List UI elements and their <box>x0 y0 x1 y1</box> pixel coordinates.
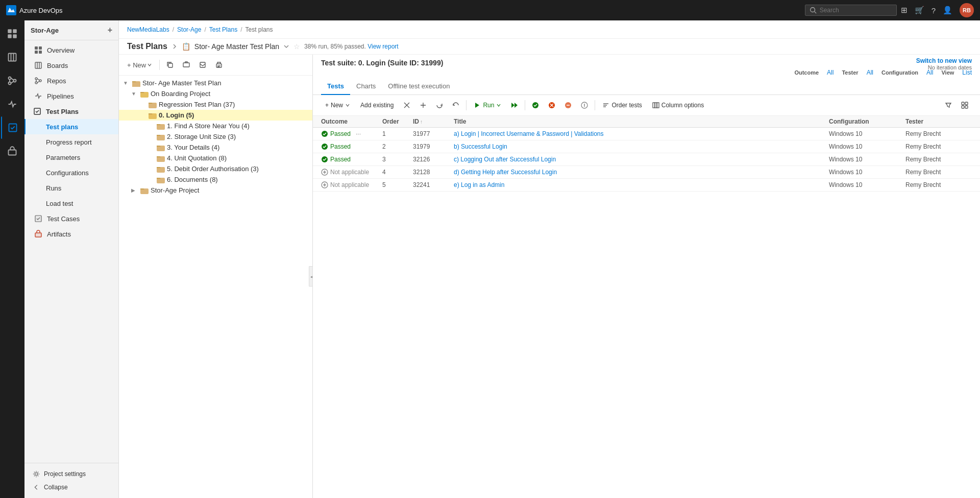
collapse-label: Collapse <box>44 484 68 491</box>
undo-button[interactable] <box>449 98 463 112</box>
breadcrumb-newmedialabs[interactable]: NewMediaLabs <box>127 26 169 33</box>
switch-new-view-link[interactable]: Switch to new view <box>916 57 972 64</box>
remove-button[interactable] <box>400 98 414 112</box>
favorite-star-icon[interactable]: ☆ <box>293 42 300 51</box>
sidebar-item-repos[interactable]: Repos <box>24 73 118 88</box>
tree-find-store[interactable]: 1. Find A Store Near You (4) <box>119 121 312 131</box>
move-test-button[interactable] <box>416 98 430 112</box>
basket-icon[interactable]: 🛒 <box>915 6 924 15</box>
action-sep-2 <box>525 100 525 110</box>
tester-cell: Remy Brecht <box>905 143 972 150</box>
project-settings-button[interactable]: Project settings <box>31 467 112 481</box>
title-cell[interactable]: d) Getting Help after Successful Login <box>454 169 829 176</box>
sidebar-icon-test-plans[interactable] <box>1 116 23 139</box>
tree-debit-order[interactable]: 5. Debit Order Authorisation (3) <box>119 163 312 174</box>
tab-offline[interactable]: Offline test execution <box>382 78 456 95</box>
title-cell[interactable]: c) Logging Out after Successful Login <box>454 156 829 163</box>
test-plans-label: Test plans <box>46 123 78 131</box>
sidebar-item-parameters[interactable]: Parameters <box>24 150 118 165</box>
breadcrumb-test-plans[interactable]: Test Plans <box>209 26 237 33</box>
load-test-label: Load test <box>46 200 74 207</box>
collapse-sidebar-button[interactable]: Collapse <box>31 481 112 494</box>
fail-button[interactable] <box>545 98 559 112</box>
outcome-label: Not applicable <box>330 181 369 188</box>
sidebar-icon-boards[interactable] <box>1 46 23 68</box>
order-tests-button[interactable]: Order tests <box>598 100 646 111</box>
id-cell: 32241 <box>413 181 454 188</box>
search-input[interactable] <box>820 7 891 14</box>
config-cell: Windows 10 <box>829 143 905 150</box>
sidebar-icon-repos[interactable] <box>1 69 23 92</box>
not-applicable-button[interactable] <box>577 98 592 112</box>
move-button[interactable] <box>179 58 193 72</box>
sidebar-item-artifacts[interactable]: Artifacts <box>24 226 118 242</box>
breadcrumb-stor-age[interactable]: Stor-Age <box>177 26 201 33</box>
sidebar-icon-overview[interactable] <box>1 22 23 45</box>
view-report-link[interactable]: View report <box>368 43 398 50</box>
grid-icon[interactable]: ⊞ <box>901 6 908 15</box>
new-test-label: New <box>331 102 343 109</box>
run-all-button[interactable] <box>507 98 522 112</box>
copy-button[interactable] <box>163 58 177 72</box>
tree-login[interactable]: 0. Login (5) <box>119 110 312 121</box>
sidebar-item-overview[interactable]: Overview <box>24 42 118 58</box>
search-box[interactable] <box>805 5 897 16</box>
panel-collapse-handle[interactable]: ◀ <box>309 266 313 287</box>
add-project-button[interactable]: + <box>108 26 112 35</box>
column-options-button[interactable]: Column options <box>648 100 708 111</box>
pass-button[interactable] <box>528 98 543 112</box>
col-title: Title <box>454 118 829 125</box>
tester-filter[interactable]: All <box>867 69 873 76</box>
tab-tests[interactable]: Tests <box>321 78 350 95</box>
overview-icon <box>34 45 43 55</box>
table-row[interactable]: Passed 2 31979 b) Successful Login Windo… <box>313 140 980 153</box>
add-existing-button[interactable]: Add existing <box>356 100 398 111</box>
run-button[interactable]: Run <box>470 100 505 111</box>
plan-name[interactable]: Stor- Age Master Test Plan <box>194 42 279 51</box>
title-cell[interactable]: a) Login | Incorrect Username & Password… <box>454 130 829 137</box>
outcome-filter[interactable]: All <box>827 69 834 76</box>
tree-storage-unit[interactable]: 2. Storage Unit Size (3) <box>119 131 312 142</box>
tree-onboarding[interactable]: ▼ On Boarding Project <box>119 88 312 99</box>
tree-documents[interactable]: 6. Documents (8) <box>119 174 312 185</box>
sidebar-item-boards[interactable]: Boards <box>24 58 118 73</box>
block-button[interactable] <box>561 98 575 112</box>
logo[interactable]: Azure DevOps <box>6 5 63 15</box>
help-icon[interactable]: ? <box>932 6 936 15</box>
sidebar-item-load-test[interactable]: Load test <box>24 196 118 211</box>
sidebar-icon-artifacts[interactable] <box>1 140 23 162</box>
tester-cell: Remy Brecht <box>905 130 972 137</box>
title-cell[interactable]: e) Log in as Admin <box>454 181 829 188</box>
refresh-button[interactable] <box>432 98 447 112</box>
title-cell[interactable]: b) Successful Login <box>454 143 829 150</box>
avatar[interactable]: RB <box>960 3 974 17</box>
sidebar-item-pipelines[interactable]: Pipelines <box>24 88 118 104</box>
tab-charts[interactable]: Charts <box>350 78 382 95</box>
filter-button[interactable] <box>941 98 955 112</box>
tree-root[interactable]: ▼ Stor- Age Master Test Plan <box>119 78 312 88</box>
sidebar-item-progress-report[interactable]: Progress report <box>24 134 118 150</box>
tree-stor-age-project[interactable]: ▶ Stor-Age Project <box>119 185 312 196</box>
tree-your-details[interactable]: 3. Your Details (4) <box>119 142 312 153</box>
col-outcome: Outcome <box>321 118 382 125</box>
table-row[interactable]: Not applicable 4 32128 d) Getting Help a… <box>313 166 980 179</box>
table-row[interactable]: Passed 3 32126 c) Logging Out after Succ… <box>313 153 980 166</box>
expand-button[interactable] <box>195 58 210 72</box>
plan-chevron-down-icon[interactable] <box>283 43 289 50</box>
sidebar-icon-pipelines[interactable] <box>1 93 23 115</box>
new-button[interactable]: + New <box>123 59 156 71</box>
tree-regression[interactable]: Regression Test Plan (37) <box>119 99 312 110</box>
user-icon[interactable]: 👤 <box>943 6 952 15</box>
sidebar-item-test-cases[interactable]: Test Cases <box>24 211 118 226</box>
table-row[interactable]: Passed ··· 1 31977 a) Login | Incorrect … <box>313 128 980 140</box>
col-id[interactable]: ID ↑ <box>413 118 454 125</box>
tree-unit-quotation[interactable]: 4. Unit Quotation (8) <box>119 153 312 163</box>
new-test-button[interactable]: + New <box>321 100 354 111</box>
print-button[interactable] <box>212 58 226 72</box>
sidebar-item-configurations[interactable]: Configurations <box>24 165 118 180</box>
table-row[interactable]: Not applicable 5 32241 e) Log in as Admi… <box>313 179 980 192</box>
sidebar-item-runs[interactable]: Runs <box>24 180 118 196</box>
more-options-icon[interactable]: ··· <box>356 130 361 137</box>
view-toggle-button[interactable] <box>958 98 972 112</box>
sidebar-item-test-plans[interactable]: Test plans <box>24 119 118 134</box>
